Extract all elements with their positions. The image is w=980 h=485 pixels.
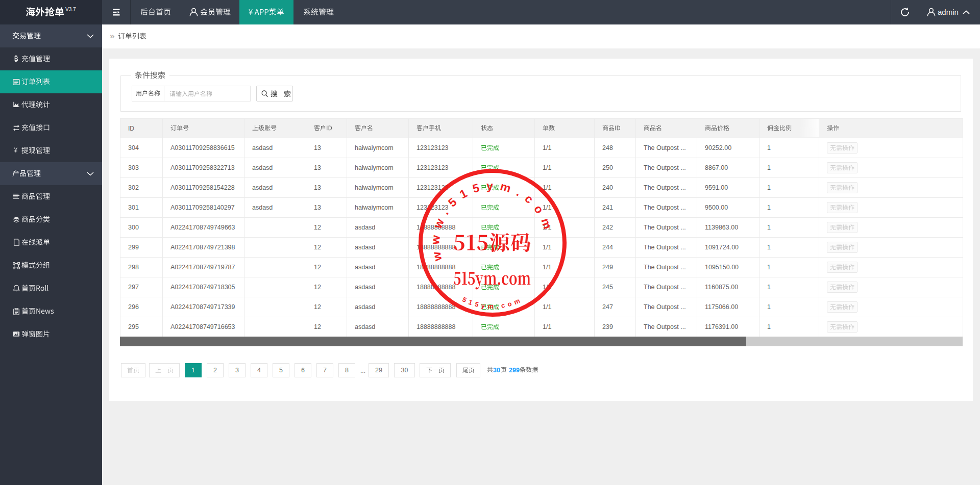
svg-text:515ym.com: 515ym.com [461,295,524,310]
